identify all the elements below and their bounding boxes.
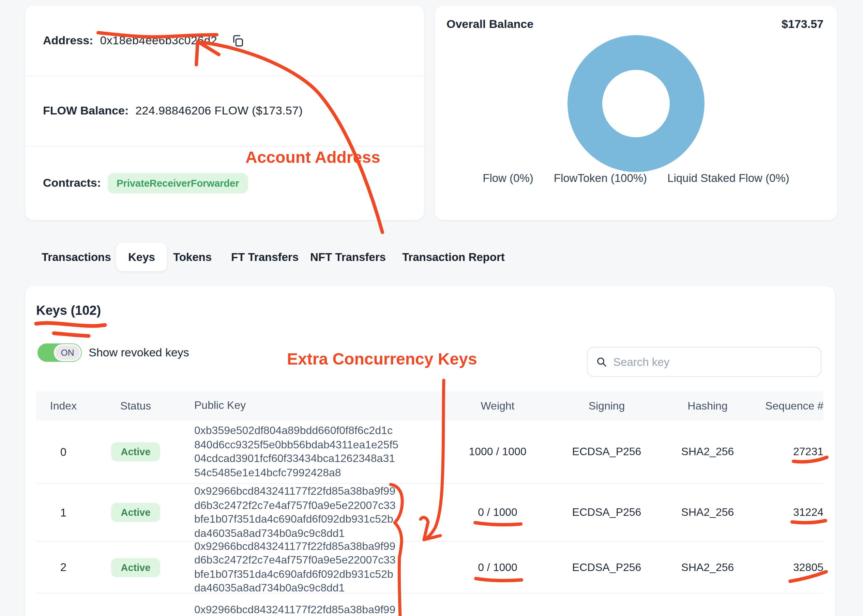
address-row: Address: 0x18eb4ee6b3c026d2 [25, 5, 424, 75]
donut-ring [566, 34, 706, 173]
copy-address-button[interactable] [231, 34, 244, 47]
key-sequence: 31224 [755, 506, 824, 519]
show-revoked-toggle[interactable]: ON [38, 343, 82, 362]
keys-table-header: Index Status Public Key Weight Signing H… [36, 391, 824, 420]
account-tabs: Transactions Keys Tokens FT Transfers NF… [0, 243, 863, 271]
balance-card-title: Overall Balance [446, 18, 533, 31]
copy-icon [231, 34, 244, 47]
page: Address: 0x18eb4ee6b3c026d2 FLOW Balance… [0, 0, 863, 616]
key-signing: ECDSA_P256 [553, 506, 660, 519]
tab-ft-transfers[interactable]: FT Transfers [231, 243, 299, 271]
key-row-0[interactable]: 0 Active 0xb359e502df804a89bdd660f0f8f6c… [36, 420, 824, 484]
header-sequence: Sequence # [755, 400, 824, 412]
balance-amount: $173.57 [781, 18, 824, 31]
legend-item-liquid-staked: Liquid Staked Flow (0%) [667, 172, 789, 185]
header-public-key: Public Key [181, 399, 442, 413]
key-index: 2 [36, 561, 91, 574]
key-row-2[interactable]: 2 Active 0x92966bcd843241177f22fd85a38ba… [36, 542, 824, 594]
status-badge: Active [111, 503, 160, 522]
key-sequence: 27231 [755, 446, 824, 458]
key-hashing: SHA2_256 [660, 506, 755, 519]
header-index: Index [36, 400, 91, 412]
address-value: 0x18eb4ee6b3c026d2 [100, 34, 217, 47]
public-key: 0x92966bcd843241177f22fd85a38ba9f99 d6b3… [181, 603, 442, 616]
public-key: 0x92966bcd843241177f22fd85a38ba9f99 d6b3… [181, 484, 442, 541]
tab-transaction-report[interactable]: Transaction Report [402, 243, 505, 271]
flow-balance-label: FLOW Balance: [43, 104, 129, 118]
header-hashing: Hashing [660, 400, 755, 412]
balance-donut-chart [435, 34, 837, 173]
key-weight: 0 / 1000 [442, 561, 553, 574]
header-status: Status [91, 400, 181, 412]
legend-item-flow: Flow (0%) [483, 172, 533, 185]
toggle-knob: ON [54, 344, 81, 361]
public-key: 0x92966bcd843241177f22fd85a38ba9f99 d6b3… [181, 539, 442, 595]
address-label: Address: [43, 34, 93, 47]
revoked-keys-toggle-row: ON Show revoked keys [38, 343, 189, 362]
flow-balance-value: 224.98846206 FLOW ($173.57) [135, 104, 303, 118]
key-signing: ECDSA_P256 [553, 561, 660, 574]
key-hashing: SHA2_256 [660, 446, 755, 458]
balance-card-header: Overall Balance $173.57 [435, 5, 837, 31]
key-weight: 0 / 1000 [442, 506, 553, 519]
account-info-card: Address: 0x18eb4ee6b3c026d2 FLOW Balance… [25, 5, 424, 220]
key-sequence: 32805 [755, 561, 824, 574]
key-signing: ECDSA_P256 [553, 446, 660, 458]
tab-transactions[interactable]: Transactions [42, 243, 111, 271]
keys-card: Keys (102) ON Show revoked keys Index St… [25, 286, 835, 616]
key-row-1[interactable]: 1 Active 0x92966bcd843241177f22fd85a38ba… [36, 484, 824, 542]
contract-chip[interactable]: PrivateReceiverForwarder [108, 173, 248, 193]
contracts-label: Contracts: [43, 176, 101, 190]
header-weight: Weight [442, 400, 553, 412]
flow-balance-row: FLOW Balance: 224.98846206 FLOW ($173.57… [25, 75, 424, 146]
key-index: 1 [36, 506, 91, 519]
key-index: 0 [36, 445, 91, 458]
donut-legend: Flow (0%) FlowToken (100%) Liquid Staked… [435, 172, 837, 185]
header-signing: Signing [553, 400, 660, 412]
legend-item-flowtoken: FlowToken (100%) [554, 172, 647, 185]
key-weight: 1000 / 1000 [442, 446, 553, 458]
contracts-row: Contracts: PrivateReceiverForwarder [25, 146, 424, 220]
tab-nft-transfers[interactable]: NFT Transfers [310, 243, 386, 271]
status-badge: Active [111, 442, 160, 461]
search-icon [596, 356, 607, 368]
key-search-box[interactable] [587, 347, 821, 377]
status-badge: Active [111, 558, 160, 577]
key-row-3[interactable]: Active 0x92966bcd843241177f22fd85a38ba9f… [36, 594, 824, 616]
overall-balance-card: Overall Balance $173.57 Flow (0%) FlowTo… [435, 5, 837, 220]
tab-keys[interactable]: Keys [116, 243, 167, 271]
keys-table: Index Status Public Key Weight Signing H… [36, 391, 824, 616]
key-hashing: SHA2_256 [660, 561, 755, 574]
tab-tokens[interactable]: Tokens [173, 243, 212, 271]
toggle-label: Show revoked keys [89, 346, 189, 360]
public-key: 0xb359e502df804a89bdd660f0f8f6c2d1c 840d… [181, 424, 442, 480]
search-input[interactable] [613, 355, 813, 368]
keys-section-title: Keys (102) [36, 303, 101, 318]
